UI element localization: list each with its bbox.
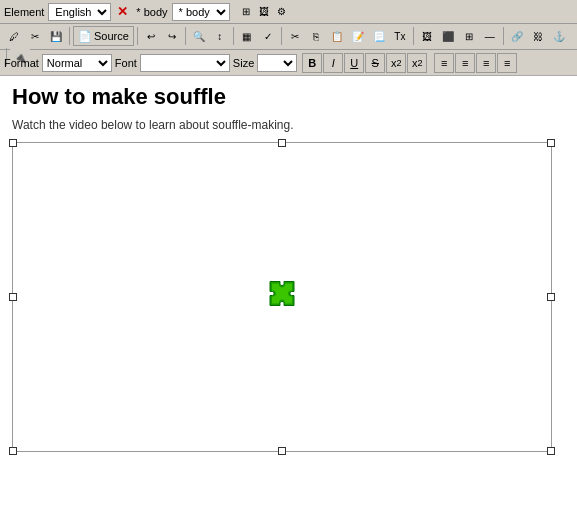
align-left-button[interactable]: ≡ <box>434 53 454 73</box>
subscript-button[interactable]: x2 <box>386 53 406 73</box>
copy-icon[interactable]: ⎘ <box>306 26 326 46</box>
separator2 <box>137 27 138 45</box>
image-icon[interactable]: 🖼 <box>417 26 437 46</box>
format-label: Format <box>4 57 39 69</box>
align-right-button[interactable]: ≡ <box>476 53 496 73</box>
size-select[interactable] <box>257 54 297 72</box>
link-icon[interactable]: 🔗 <box>507 26 527 46</box>
resize-handle-bl[interactable] <box>9 447 17 455</box>
image2-icon[interactable]: 🖼 <box>256 4 272 20</box>
element-label: Element <box>4 6 44 18</box>
separator6 <box>413 27 414 45</box>
new-icon[interactable]: 🖊 <box>4 26 24 46</box>
align-center-button[interactable]: ≡ <box>455 53 475 73</box>
resize-handle-ml[interactable] <box>9 293 17 301</box>
top-bar: Element English ✕ * body * body ⊞ 🖼 ⚙ <box>0 0 577 24</box>
top-bar-icons: ⊞ 🖼 ⚙ <box>238 4 290 20</box>
spell-icon[interactable]: ✓ <box>258 26 278 46</box>
find-icon[interactable]: 🔍 <box>189 26 209 46</box>
paste-icon[interactable]: 📋 <box>327 26 347 46</box>
format-buttons: B I U S x2 x2 <box>302 53 427 73</box>
resize-handle-bm[interactable] <box>278 447 286 455</box>
body-label: * body <box>136 6 167 18</box>
separator1 <box>69 27 70 45</box>
align-justify-button[interactable]: ≡ <box>497 53 517 73</box>
format-icon[interactable]: Tx <box>390 26 410 46</box>
paste-text-icon[interactable]: 📝 <box>348 26 368 46</box>
body-select[interactable]: * body <box>172 3 230 21</box>
separator5 <box>281 27 282 45</box>
grid-icon[interactable]: ⊞ <box>238 4 254 20</box>
separator4 <box>233 27 234 45</box>
resize-handle-br[interactable] <box>547 447 555 455</box>
source-button[interactable]: 📄 Source <box>73 26 134 46</box>
save-icon[interactable]: 💾 <box>46 26 66 46</box>
hr-icon[interactable]: — <box>480 26 500 46</box>
italic-button[interactable]: I <box>323 53 343 73</box>
table-icon[interactable]: ▦ <box>237 26 257 46</box>
video-placeholder[interactable] <box>12 142 552 452</box>
plugin-placeholder-icon <box>264 276 300 319</box>
resize-handle-mr[interactable] <box>547 293 555 301</box>
page-subtitle: Watch the video below to learn about sou… <box>12 118 565 132</box>
replace-icon[interactable]: ↕ <box>210 26 230 46</box>
close-icon[interactable]: ✕ <box>117 4 128 19</box>
underline-button[interactable]: U <box>344 53 364 73</box>
undo-icon[interactable]: ↩ <box>141 26 161 46</box>
anchor-icon[interactable]: ⚓ <box>549 26 569 46</box>
source-button-icon: 📄 <box>78 30 92 43</box>
toolbar1: 🖊 ✂ 💾 📄 Source ↩ ↪ 🔍 ↕ ▦ ✓ ✂ ⎘ 📋 📝 📃 Tx … <box>0 24 577 50</box>
bold-button[interactable]: B <box>302 53 322 73</box>
separator3 <box>185 27 186 45</box>
format-select[interactable]: Normal <box>42 54 112 72</box>
cut-icon[interactable]: ✂ <box>25 26 45 46</box>
font-select[interactable] <box>140 54 230 72</box>
toolbar2: Format Normal Font Size B I U S x2 x2 ≡ … <box>0 50 577 76</box>
page-title: How to make souffle <box>12 84 565 110</box>
resize-handle-tr[interactable] <box>547 139 555 147</box>
resize-handle-tm[interactable] <box>278 139 286 147</box>
font-label: Font <box>115 57 137 69</box>
cut2-icon[interactable]: ✂ <box>285 26 305 46</box>
align-buttons: ≡ ≡ ≡ ≡ <box>434 53 517 73</box>
paste-word-icon[interactable]: 📃 <box>369 26 389 46</box>
content-area: How to make souffle Watch the video belo… <box>0 76 577 510</box>
language-select[interactable]: English <box>48 3 111 21</box>
redo-icon[interactable]: ↪ <box>162 26 182 46</box>
superscript-button[interactable]: x2 <box>407 53 427 73</box>
table2-icon[interactable]: ⊞ <box>459 26 479 46</box>
separator7 <box>503 27 504 45</box>
size-label: Size <box>233 57 254 69</box>
resize-handle-tl[interactable] <box>9 139 17 147</box>
source-button-label: Source <box>94 30 129 42</box>
settings-icon[interactable]: ⚙ <box>274 4 290 20</box>
strikethrough-button[interactable]: S <box>365 53 385 73</box>
unlink-icon[interactable]: ⛓ <box>528 26 548 46</box>
